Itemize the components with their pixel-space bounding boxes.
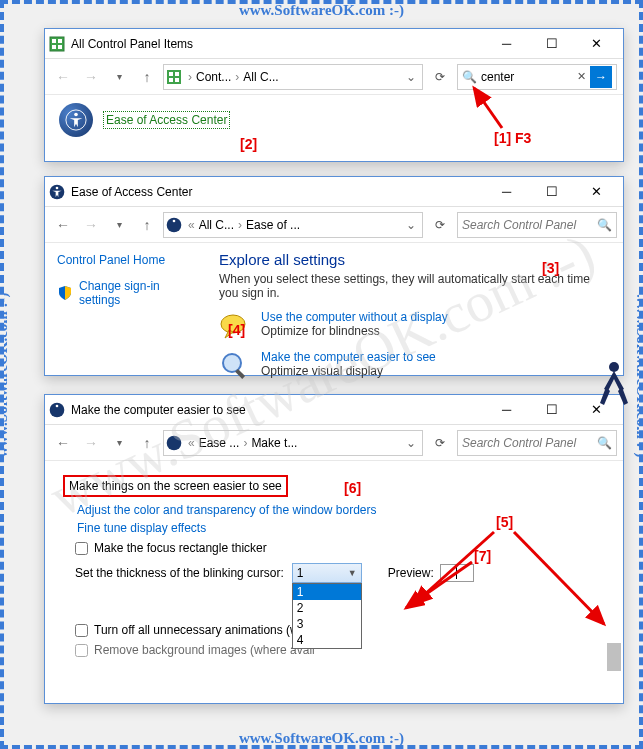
use-without-display-link[interactable]: Use the computer without a display xyxy=(261,310,448,324)
back-button[interactable]: ← xyxy=(51,431,75,455)
breadcrumb-segment[interactable]: All C... xyxy=(241,70,280,84)
address-dropdown-icon[interactable]: ⌄ xyxy=(402,70,420,84)
svg-rect-18 xyxy=(235,369,245,379)
nav-bar: ← → ▾ ↑ « All C... › Ease of ... ⌄ ⟳ 🔍 xyxy=(45,207,623,243)
ease-of-access-link[interactable]: Ease of Access Center xyxy=(103,111,230,129)
ease-of-access-icon xyxy=(166,217,182,233)
ease-of-access-icon xyxy=(166,435,182,451)
watermark-bottom: www.SoftwareOK.com :-) xyxy=(239,730,404,747)
up-button[interactable]: ↑ xyxy=(135,213,159,237)
address-bar[interactable]: › Cont... › All C... ⌄ xyxy=(163,64,423,90)
svg-rect-2 xyxy=(58,39,62,43)
right-panel: Explore all settings When you select the… xyxy=(215,243,623,398)
search-icon: 🔍 xyxy=(597,218,612,232)
search-input[interactable] xyxy=(481,70,573,84)
select-display[interactable]: 1 ▼ xyxy=(292,563,362,583)
breadcrumb-segment[interactable]: Make t... xyxy=(249,436,299,450)
cursor-preview-icon xyxy=(456,567,457,579)
focus-rectangle-checkbox-row[interactable]: Make the focus rectangle thicker xyxy=(75,541,605,555)
breadcrumb-segment[interactable]: All C... xyxy=(197,218,236,232)
close-button[interactable]: ✕ xyxy=(574,30,619,58)
address-bar[interactable]: « All C... › Ease of ... ⌄ xyxy=(163,212,423,238)
remove-background-label: Remove background images (where avail xyxy=(94,643,315,657)
content-area: Make things on the screen easier to see … xyxy=(45,461,623,677)
explore-settings-heading: Explore all settings xyxy=(219,251,609,268)
svg-point-11 xyxy=(74,113,78,117)
remove-background-checkbox[interactable] xyxy=(75,644,88,657)
recent-dropdown[interactable]: ▾ xyxy=(107,213,131,237)
turn-off-animations-checkbox[interactable] xyxy=(75,624,88,637)
window-title: Ease of Access Center xyxy=(71,185,484,199)
scrollbar-thumb[interactable] xyxy=(607,643,621,671)
recent-dropdown[interactable]: ▾ xyxy=(107,431,131,455)
address-bar[interactable]: « Ease ... › Make t... ⌄ xyxy=(163,430,423,456)
svg-point-20 xyxy=(56,404,59,407)
speech-icon xyxy=(219,310,251,342)
up-button[interactable]: ↑ xyxy=(135,65,159,89)
maximize-button[interactable]: ☐ xyxy=(529,30,574,58)
optimize-blindness-label: Optimize for blindness xyxy=(261,324,380,338)
adjust-color-link[interactable]: Adjust the color and transparency of the… xyxy=(63,503,605,517)
dropdown-option[interactable]: 4 xyxy=(293,632,361,648)
close-button[interactable]: ✕ xyxy=(574,178,619,206)
chevron-down-icon: ▼ xyxy=(348,568,357,578)
option-row: Use the computer without a display Optim… xyxy=(219,310,609,342)
search-box[interactable]: 🔍 xyxy=(457,430,617,456)
back-button[interactable]: ← xyxy=(51,213,75,237)
search-input[interactable] xyxy=(462,218,593,232)
search-box[interactable]: 🔍 ✕ → xyxy=(457,64,617,90)
svg-rect-8 xyxy=(169,78,173,82)
ease-of-access-icon xyxy=(59,103,93,137)
forward-button[interactable]: → xyxy=(79,431,103,455)
clear-icon[interactable]: ✕ xyxy=(577,70,586,83)
dropdown-option[interactable]: 2 xyxy=(293,600,361,616)
easier-to-see-link[interactable]: Make the computer easier to see xyxy=(261,350,436,364)
watermark-left: www.SoftwareOK.com :-) xyxy=(0,292,11,457)
control-panel-home-link[interactable]: Control Panel Home xyxy=(57,253,203,267)
dropdown-list: 1 2 3 4 xyxy=(292,583,362,649)
breadcrumb-segment[interactable]: Ease of ... xyxy=(244,218,302,232)
fine-tune-display-link[interactable]: Fine tune display effects xyxy=(63,521,605,535)
search-input[interactable] xyxy=(462,436,593,450)
minimize-button[interactable]: ─ xyxy=(484,396,529,424)
titlebar: All Control Panel Items ─ ☐ ✕ xyxy=(45,29,623,59)
minimize-button[interactable]: ─ xyxy=(484,30,529,58)
svg-point-16 xyxy=(221,315,245,333)
svg-rect-9 xyxy=(175,78,179,82)
control-panel-icon xyxy=(49,36,65,52)
change-signin-label: Change sign-in settings xyxy=(79,279,203,307)
svg-point-21 xyxy=(167,435,182,450)
maximize-button[interactable]: ☐ xyxy=(529,396,574,424)
breadcrumb-segment[interactable]: Ease ... xyxy=(197,436,242,450)
refresh-button[interactable]: ⟳ xyxy=(427,212,453,238)
cursor-thickness-row: Set the thickness of the blinking cursor… xyxy=(75,563,605,583)
refresh-button[interactable]: ⟳ xyxy=(427,430,453,456)
maximize-button[interactable]: ☐ xyxy=(529,178,574,206)
change-signin-link[interactable]: Change sign-in settings xyxy=(57,279,203,307)
watermark-right: www.SoftwareOK.com :-) xyxy=(633,292,644,457)
up-button[interactable]: ↑ xyxy=(135,431,159,455)
back-button[interactable]: ← xyxy=(51,65,75,89)
optimize-visual-label: Optimize visual display xyxy=(261,364,383,378)
refresh-button[interactable]: ⟳ xyxy=(427,64,453,90)
minimize-button[interactable]: ─ xyxy=(484,178,529,206)
search-go-button[interactable]: → xyxy=(590,66,612,88)
search-box[interactable]: 🔍 xyxy=(457,212,617,238)
close-button[interactable]: ✕ xyxy=(574,396,619,424)
chevron-left-icon: « xyxy=(186,218,197,232)
address-dropdown-icon[interactable]: ⌄ xyxy=(402,218,420,232)
forward-button[interactable]: → xyxy=(79,65,103,89)
window-ease-of-access: Ease of Access Center ─ ☐ ✕ ← → ▾ ↑ « Al… xyxy=(44,176,624,376)
focus-rectangle-checkbox[interactable] xyxy=(75,542,88,555)
dropdown-option[interactable]: 1 xyxy=(293,584,361,600)
preview-box: Preview: xyxy=(388,564,474,582)
breadcrumb-segment[interactable]: Cont... xyxy=(194,70,233,84)
dropdown-option[interactable]: 3 xyxy=(293,616,361,632)
search-icon: 🔍 xyxy=(597,436,612,450)
forward-button[interactable]: → xyxy=(79,213,103,237)
recent-dropdown[interactable]: ▾ xyxy=(107,65,131,89)
cursor-thickness-select[interactable]: 1 ▼ 1 2 3 4 xyxy=(292,563,362,583)
address-dropdown-icon[interactable]: ⌄ xyxy=(402,436,420,450)
titlebar: Ease of Access Center ─ ☐ ✕ xyxy=(45,177,623,207)
window-title: Make the computer easier to see xyxy=(71,403,484,417)
